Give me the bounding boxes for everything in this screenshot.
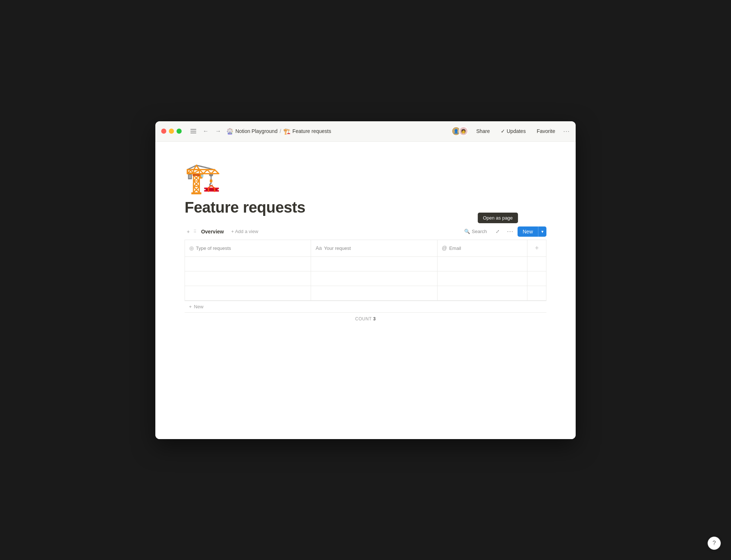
share-button[interactable]: Share xyxy=(473,127,493,136)
table-cell-request-1[interactable] xyxy=(311,256,437,271)
page-icon-area: 🏗️ xyxy=(185,142,546,193)
traffic-lights xyxy=(161,129,182,134)
more-actions-button[interactable]: ··· xyxy=(563,127,570,135)
table-row[interactable] xyxy=(185,256,546,271)
expand-button[interactable]: ⤢ xyxy=(493,226,503,237)
search-button[interactable]: 🔍 Search xyxy=(461,227,491,236)
updates-button[interactable]: ✓ Updates xyxy=(498,127,529,136)
breadcrumb-separator: / xyxy=(280,128,281,134)
col-header-add[interactable]: + xyxy=(527,240,546,256)
updates-label: Updates xyxy=(507,128,526,134)
table-cell-extra-1 xyxy=(527,256,546,271)
back-button[interactable]: ← xyxy=(201,126,210,136)
forward-button[interactable]: → xyxy=(214,126,223,136)
col-header-type-of-requests[interactable]: ◎ Type of requests xyxy=(185,240,311,256)
new-button-group: New ▾ xyxy=(518,226,546,237)
titlebar-actions: 👤 🧑 Share ✓ Updates Favorite ··· xyxy=(451,126,570,136)
db-more-button[interactable]: ··· xyxy=(505,226,515,237)
page-icon: 🏗️ xyxy=(185,164,546,193)
col-header-label-email: Email xyxy=(449,245,461,251)
updates-check-icon: ✓ xyxy=(501,128,505,134)
maximize-button[interactable] xyxy=(177,129,182,134)
table-cell-type-3[interactable] xyxy=(185,286,311,300)
table-cell-type-2[interactable] xyxy=(185,271,311,286)
table-header-row: ◎ Type of requests Aa Your request @ xyxy=(185,240,546,256)
db-toolbar-right: 🔍 Search ⤢ Open as page ··· New ▾ xyxy=(461,226,546,237)
page-breadcrumb[interactable]: 🏗️ Feature requests xyxy=(283,128,331,135)
add-row-button[interactable]: + New xyxy=(185,301,546,312)
page-title: Feature requests xyxy=(185,199,546,216)
new-record-dropdown-button[interactable]: ▾ xyxy=(538,226,546,237)
table-cell-email-2[interactable] xyxy=(437,271,527,286)
table-cell-email-3[interactable] xyxy=(437,286,527,300)
avatar-2: 🧑 xyxy=(459,126,468,136)
main-content: 🏗️ Feature requests + ⠿ Overview + Add a… xyxy=(155,142,576,439)
table-row[interactable] xyxy=(185,286,546,300)
db-toolbar: + ⠿ Overview + Add a view 🔍 Search ⤢ Ope… xyxy=(185,226,546,240)
workspace-breadcrumb[interactable]: 🎡 Notion Playground xyxy=(226,128,277,135)
table-row[interactable] xyxy=(185,271,546,286)
col-header-label-request: Your request xyxy=(324,245,351,251)
add-a-view-button[interactable]: + Add a view xyxy=(228,227,261,236)
search-icon: 🔍 xyxy=(464,229,470,234)
email-col-icon: @ xyxy=(442,245,447,251)
expand-tooltip-container: ⤢ Open as page xyxy=(493,226,503,237)
your-request-col-icon: Aa xyxy=(315,245,322,251)
table-cell-request-2[interactable] xyxy=(311,271,437,286)
count-row: COUNT 3 xyxy=(185,312,546,325)
table-cell-request-3[interactable] xyxy=(311,286,437,300)
table-cell-type-1[interactable] xyxy=(185,256,311,271)
minimize-button[interactable] xyxy=(169,129,174,134)
titlebar: ← → 🎡 Notion Playground / 🏗️ Feature req… xyxy=(155,121,576,142)
add-row-icon: + xyxy=(189,304,192,309)
add-column-button[interactable]: + xyxy=(532,243,542,254)
view-name-label: Overview xyxy=(198,227,227,236)
page-breadcrumb-icon: 🏗️ xyxy=(283,128,291,135)
col-header-email[interactable]: @ Email xyxy=(437,240,527,256)
avatar-group: 👤 🧑 xyxy=(451,126,468,136)
workspace-name: Notion Playground xyxy=(235,128,277,134)
count-value: 3 xyxy=(373,316,376,321)
sidebar-toggle-button[interactable] xyxy=(189,127,198,135)
col-header-your-request[interactable]: Aa Your request xyxy=(311,240,437,256)
drag-handle-icon: ⠿ xyxy=(193,229,197,234)
help-button[interactable]: ? xyxy=(708,537,721,550)
table-cell-extra-2 xyxy=(527,271,546,286)
add-view-prefix-button[interactable]: + xyxy=(185,227,192,236)
table-cell-email-1[interactable] xyxy=(437,256,527,271)
close-button[interactable] xyxy=(161,129,166,134)
add-row-label: New xyxy=(194,304,204,309)
count-label: COUNT xyxy=(355,316,372,321)
search-label: Search xyxy=(472,229,487,234)
new-record-button[interactable]: New xyxy=(518,226,538,237)
breadcrumb: 🎡 Notion Playground / 🏗️ Feature request… xyxy=(226,128,448,135)
col-header-label-type: Type of requests xyxy=(196,245,231,251)
page-breadcrumb-name: Feature requests xyxy=(292,128,331,134)
workspace-icon: 🎡 xyxy=(226,128,234,135)
favorite-button[interactable]: Favorite xyxy=(534,127,558,136)
app-window: ← → 🎡 Notion Playground / 🏗️ Feature req… xyxy=(155,121,576,439)
database-table: ◎ Type of requests Aa Your request @ xyxy=(185,240,546,301)
table-cell-extra-3 xyxy=(527,286,546,300)
type-of-requests-col-icon: ◎ xyxy=(189,245,194,251)
